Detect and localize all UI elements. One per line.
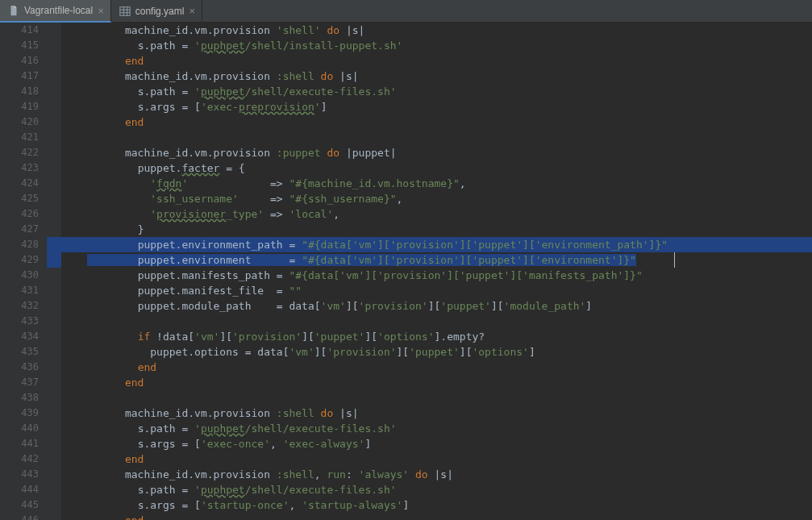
code-token: |s| — [435, 468, 453, 480]
gutter-selection-cell — [47, 298, 61, 314]
code-line[interactable]: 'provisioner_type' => 'local', — [61, 206, 812, 222]
code-token: :shell — [277, 468, 314, 480]
code-token: ][ — [491, 300, 504, 312]
gutter-selection-cell — [47, 497, 61, 513]
code-token: /shell/execute-files.sh' — [245, 85, 397, 98]
code-token: 'options' — [377, 331, 434, 343]
code-line[interactable]: 'ssh_username' => "#{ssh_username}", — [61, 191, 812, 206]
code-editor[interactable]: 4144154164174184194204214224234244254264… — [0, 23, 812, 520]
gutter-selection-cell — [47, 252, 61, 268]
line-number: 414 — [0, 23, 39, 38]
gutter-selection-cell — [47, 23, 61, 38]
line-number: 422 — [0, 145, 39, 160]
code-token: 'provision' — [359, 300, 428, 312]
code-token — [314, 70, 321, 82]
code-token: , — [397, 193, 403, 205]
code-token: |s| — [346, 24, 364, 36]
code-line[interactable]: s.args = ['exec-preprovision'] — [61, 99, 812, 114]
code-token: ][ — [428, 300, 441, 312]
code-line[interactable] — [61, 314, 812, 329]
code-token: ] — [585, 300, 592, 312]
code-token: 'ssh_username' — [150, 193, 239, 205]
line-number: 438 — [0, 390, 39, 406]
code-token: |puppet| — [346, 147, 397, 159]
code-token: end — [125, 116, 144, 128]
code-area[interactable]: machine_id.vm.provision 'shell' do |s| s… — [61, 23, 812, 520]
code-token: ].empty? — [435, 331, 485, 343]
code-line[interactable]: end — [61, 114, 812, 130]
code-line[interactable] — [61, 390, 812, 406]
code-line[interactable]: end — [61, 53, 812, 69]
gutter-selection-cell — [47, 84, 61, 99]
code-token: 'puppet' — [314, 331, 365, 343]
code-line[interactable]: machine_id.vm.provision :shell do |s| — [61, 406, 812, 421]
code-line[interactable]: puppet.environment_path = "#{data['vm'][… — [61, 237, 812, 252]
editor-tabs: Vagrantfile-local×config.yaml× — [0, 0, 812, 23]
code-token: do — [321, 70, 339, 82]
code-token: if — [138, 331, 156, 343]
code-token: 'local' — [289, 208, 333, 220]
code-token: puphpet — [201, 422, 245, 435]
code-line[interactable]: end — [61, 451, 812, 467]
code-token: "#{data['vm']['provision']['puppet']['en… — [302, 239, 668, 251]
tab-label: Vagrantfile-local — [24, 5, 93, 16]
code-line[interactable]: s.path = 'puphpet/shell/install-puppet.s… — [61, 38, 812, 53]
code-line[interactable]: machine_id.vm.provision :shell do |s| — [61, 69, 812, 84]
code-line[interactable]: machine_id.vm.provision :shell, run: 'al… — [61, 467, 812, 482]
code-line[interactable]: s.args = ['exec-once', 'exec-always'] — [61, 436, 812, 451]
code-token: puppet.manifest_file = — [138, 285, 289, 297]
code-line[interactable]: if !data['vm']['provision']['puppet']['o… — [61, 329, 812, 344]
text-caret — [674, 252, 675, 268]
code-line[interactable]: } — [61, 222, 812, 237]
code-line[interactable] — [61, 130, 812, 145]
code-token: machine_id.vm.provision — [125, 70, 277, 82]
code-line[interactable]: machine_id.vm.provision 'shell' do |s| — [61, 23, 812, 38]
code-line[interactable]: puppet.environment = "#{data['vm']['prov… — [61, 252, 812, 268]
line-number: 444 — [0, 482, 39, 497]
code-token: ] — [529, 346, 535, 358]
code-token: puphpet — [201, 40, 245, 52]
code-line[interactable]: 'fqdn' => "#{machine_id.vm.hostname}", — [61, 176, 812, 191]
line-number: 415 — [0, 38, 39, 53]
code-token: :shell — [277, 407, 314, 419]
code-line[interactable]: puppet.module_path = data['vm']['provisi… — [61, 298, 812, 314]
code-token: ][ — [302, 331, 314, 343]
gutter-selection-cell — [47, 451, 61, 467]
tab-vagrantfile-local[interactable]: Vagrantfile-local× — [0, 0, 111, 23]
code-line[interactable]: s.path = 'puphpet/shell/execute-files.sh… — [61, 84, 812, 99]
code-token: s.args = [ — [138, 438, 201, 450]
code-token: 'exec-once' — [201, 438, 270, 450]
code-line[interactable]: puppet.facter = { — [61, 160, 812, 176]
code-token: do — [415, 468, 434, 480]
line-number: 418 — [0, 84, 39, 99]
code-line[interactable]: s.path = 'puphpet/shell/execute-files.sh… — [61, 482, 812, 497]
line-number: 433 — [0, 314, 39, 329]
code-token: ][ — [364, 331, 377, 343]
svg-rect-0 — [120, 6, 130, 15]
code-line[interactable]: s.args = ['startup-once', 'startup-alway… — [61, 497, 812, 513]
close-icon[interactable]: × — [98, 6, 104, 16]
code-line[interactable]: machine_id.vm.provision :puppet do |pupp… — [61, 145, 812, 160]
code-line[interactable]: s.path = 'puphpet/shell/execute-files.sh… — [61, 421, 812, 436]
gutter-selection-cell — [47, 191, 61, 206]
code-token: /shell/execute-files.sh' — [245, 484, 397, 496]
tab-label: config.yaml — [135, 6, 185, 17]
line-number: 436 — [0, 360, 39, 375]
code-line[interactable]: puppet.options = data['vm']['provision']… — [61, 344, 812, 360]
code-token: s.path = — [138, 422, 194, 435]
code-line[interactable]: puppet.manifest_file = "" — [61, 283, 812, 298]
code-line[interactable]: end — [61, 360, 812, 375]
close-icon[interactable]: × — [189, 6, 195, 16]
selection-gutter — [47, 23, 61, 520]
line-number: 432 — [0, 298, 39, 314]
code-token: preprovision — [239, 101, 314, 113]
code-token: puppet. — [138, 162, 182, 174]
code-token: ' — [150, 177, 156, 189]
code-token: 'provision' — [232, 331, 302, 343]
code-token: 'exec-always' — [283, 438, 365, 450]
tab-config-yaml[interactable]: config.yaml× — [111, 0, 202, 22]
code-line[interactable]: puppet.manifests_path = "#{data['vm']['p… — [61, 268, 812, 283]
code-token: 'always' — [359, 468, 410, 480]
code-line[interactable]: end — [61, 513, 812, 520]
code-line[interactable]: end — [61, 375, 812, 390]
